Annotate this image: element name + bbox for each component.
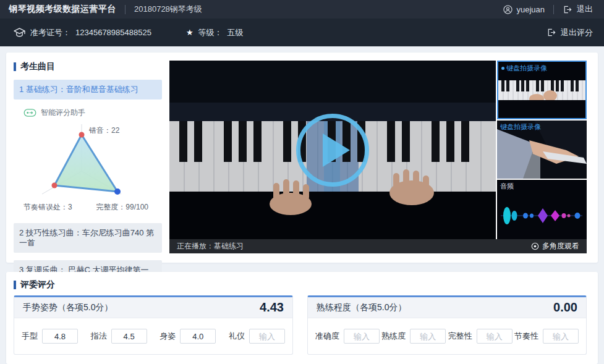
field-fingering: 指法 [91, 329, 147, 344]
field-completeness: 完整性 [448, 329, 513, 344]
side-view-1-label: 键盘拍摄录像 [501, 64, 547, 73]
scoring-title: 评委评分 [14, 279, 55, 290]
play-icon [323, 133, 350, 167]
graduation-cap-icon [14, 28, 25, 38]
smart-score-assistant: 智能评分助手 [23, 108, 162, 118]
side-view-2-label: 键盘拍摄录像 [500, 122, 541, 132]
logout-icon [563, 5, 572, 14]
exit-scoring-label: 退出评分 [561, 27, 593, 38]
accuracy-input[interactable] [344, 329, 380, 344]
score-card-proficiency-header: 熟练程度（各项5.0分） 0.00 [308, 297, 586, 318]
exit-scoring-icon [547, 28, 556, 37]
title-accent-bar [14, 62, 16, 71]
radar-label-rhythm: 节奏错误处：3 [23, 203, 72, 211]
ticket-label: 准考证号： [30, 27, 70, 38]
play-button[interactable] [296, 114, 369, 187]
session-title: 20180728钢琴考级 [134, 4, 202, 15]
assistant-icon [23, 109, 36, 117]
playlist-item-1[interactable]: 1 基础练习：音阶和琶音基础练习 [14, 80, 162, 99]
judge-scoring-panel: 评委评分 手势姿势（各项5.0分） 4.43 手型 指法 身姿 礼仪 [6, 272, 598, 364]
video-zone: 键盘拍摄录像 [169, 61, 587, 253]
video-status-bar: 正在播放：基础练习 多角度观看 [169, 239, 587, 253]
side-camera-column: 键盘拍摄录像 [497, 61, 587, 239]
level-value: 五级 [228, 27, 244, 38]
radar-label-completeness: 完整度：99/100 [96, 203, 148, 211]
logout-label: 退出 [577, 4, 593, 15]
playlist-item-2[interactable]: 2 技巧性练习曲：车尔尼练习曲740 第一首 [14, 223, 162, 253]
radar-point-completeness [114, 188, 121, 195]
exit-scoring-button[interactable]: 退出评分 [547, 27, 593, 38]
star-icon: ★ [186, 28, 194, 37]
proficiency-input[interactable] [410, 329, 446, 344]
score-card-gesture-title: 手势姿势（各项5.0分） [23, 302, 113, 313]
exam-panel: 考生曲目 1 基础练习：音阶和琶音基础练习 智能评分助手 [6, 53, 598, 263]
now-playing-text: 正在播放：基础练习 [177, 241, 244, 252]
assistant-label: 智能评分助手 [41, 108, 85, 118]
rhythm-input[interactable] [543, 329, 579, 344]
recording-dot-icon [501, 67, 504, 70]
playlist-title: 考生曲目 [14, 61, 162, 72]
field-etiquette: 礼仪 [229, 329, 285, 344]
app-title: 钢琴视频考级数据运营平台 [9, 4, 116, 15]
side-view-audio[interactable]: 音频 [497, 180, 587, 239]
etiquette-input[interactable] [249, 329, 285, 344]
hand-shape-input[interactable] [42, 329, 78, 344]
multi-angle-button[interactable]: 多角度观看 [531, 241, 579, 252]
posture-input[interactable] [180, 329, 216, 344]
field-accuracy: 准确度 [315, 329, 380, 344]
completeness-input[interactable] [477, 329, 513, 344]
side-view-keyboard-2[interactable]: 键盘拍摄录像 [497, 121, 587, 179]
exam-info-bar: 准考证号： 12345678985488525 ★ 等级： 五级 退出评分 [0, 19, 604, 46]
fingering-input[interactable] [111, 329, 147, 344]
top-bar: 钢琴视频考级数据运营平台 20180728钢琴考级 yuejuan 退出 [0, 0, 604, 19]
divider [553, 5, 554, 14]
title-accent-bar [14, 281, 16, 289]
score-card-proficiency-total: 0.00 [553, 300, 577, 315]
logout-button[interactable]: 退出 [563, 4, 593, 15]
level-label: 等级： [198, 27, 223, 38]
ticket-group: 准考证号： 12345678985488525 [14, 27, 151, 38]
radar-point-errors [79, 132, 85, 138]
field-posture: 身姿 [160, 329, 216, 344]
audio-label: 音频 [500, 182, 514, 191]
ticket-number: 12345678985488525 [75, 28, 151, 37]
divider [125, 5, 125, 14]
score-card-proficiency-title: 熟练程度（各项5.0分） [317, 302, 406, 313]
radar-point-rhythm [52, 183, 57, 188]
score-card-proficiency: 熟练程度（各项5.0分） 0.00 准确度 熟练度 完整性 节奏性 [307, 295, 587, 355]
field-proficiency: 熟练度 [381, 329, 446, 344]
score-card-proficiency-body: 准确度 熟练度 完整性 节奏性 [308, 318, 586, 354]
main-video[interactable] [169, 61, 496, 239]
user-icon [503, 5, 513, 14]
field-rhythm: 节奏性 [514, 329, 579, 344]
username: yuejuan [516, 5, 545, 14]
score-card-gesture-header: 手势姿势（各项5.0分） 4.43 [14, 297, 292, 318]
field-hand-shape: 手型 [22, 329, 78, 344]
eye-icon [531, 242, 539, 250]
score-card-gesture: 手势姿势（各项5.0分） 4.43 手型 指法 身姿 礼仪 [14, 295, 293, 355]
radar-chart: 错音：22 节奏错误处：3 完整度：99/100 [15, 119, 162, 216]
user-menu[interactable]: yuejuan [503, 5, 545, 14]
score-card-gesture-total: 4.43 [260, 300, 284, 315]
score-card-gesture-body: 手型 指法 身姿 礼仪 [14, 318, 292, 354]
radar-label-errors: 错音：22 [88, 126, 120, 135]
level-group: ★ 等级： 五级 [186, 27, 244, 38]
side-view-keyboard-1[interactable]: 键盘拍摄录像 [497, 61, 587, 119]
radar-polygon [54, 135, 117, 192]
